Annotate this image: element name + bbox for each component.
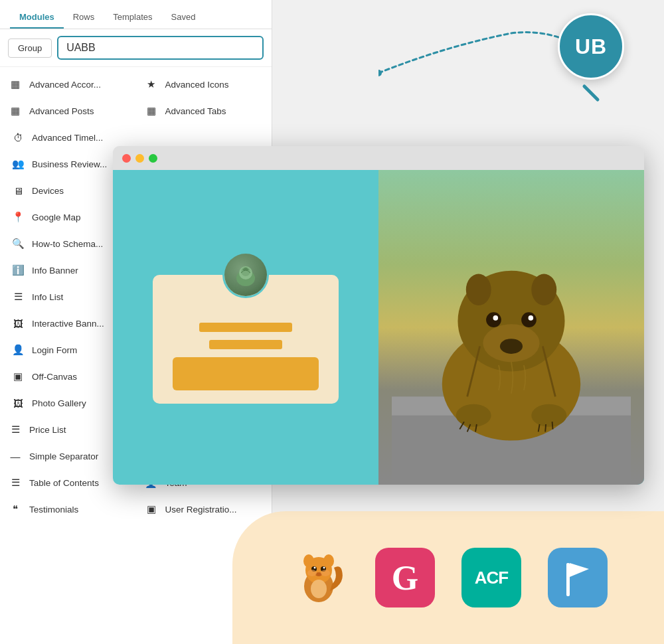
module-label: Advanced Accor... [29, 80, 101, 90]
svg-point-19 [531, 404, 566, 427]
card-mockup [153, 275, 339, 404]
svg-point-16 [466, 274, 491, 305]
svg-point-18 [456, 404, 491, 427]
tabs-bar: Modules Rows Templates Saved [0, 0, 272, 29]
svg-point-17 [531, 274, 556, 305]
beaver-svg [392, 233, 631, 485]
list-item[interactable]: ▦ Advanced Posts [0, 98, 136, 124]
module-label: Login Form [32, 345, 77, 355]
module-label: Advanced Icons [165, 80, 229, 90]
card-button[interactable] [173, 357, 319, 390]
module-label: Table of Contents [29, 478, 99, 488]
module-label: Advanced Posts [29, 106, 94, 116]
svg-point-29 [307, 570, 317, 576]
svg-point-0 [378, 70, 382, 76]
svg-point-12 [486, 312, 501, 327]
card-line-narrow [209, 340, 282, 349]
list-item[interactable]: ▦ Advanced Tabs [136, 98, 272, 124]
list-item[interactable]: ▦ Advanced Accor... [0, 71, 136, 98]
module-icon: ▣ [144, 502, 159, 517]
module-label: Simple Separator [29, 451, 98, 461]
module-icon: ⏱ [11, 130, 25, 145]
list-item[interactable]: ▣ User Registratio... [136, 496, 272, 523]
ub-logo-container: UB [558, 13, 624, 106]
browser-titlebar [113, 146, 644, 170]
module-icon: ☰ [8, 475, 23, 490]
grammarly-icon[interactable]: G [375, 548, 435, 607]
ub-logo: UB [558, 13, 624, 80]
module-label: User Registratio... [165, 505, 237, 515]
module-label: How-to Schema... [32, 239, 103, 249]
module-label: Price List [29, 425, 66, 435]
card-line-wide [199, 323, 292, 332]
module-icon: 🖼 [11, 316, 25, 331]
module-icon: ★ [144, 77, 159, 92]
module-icon: ❝ [8, 502, 23, 517]
svg-point-14 [493, 315, 499, 321]
beaver-photo [378, 170, 644, 485]
module-icon: 🖼 [11, 396, 25, 410]
avatar [222, 252, 269, 298]
svg-point-30 [321, 570, 330, 576]
svg-rect-32 [566, 563, 570, 596]
module-label: Off-Canvas [32, 372, 77, 382]
svg-point-31 [311, 580, 327, 598]
module-label: Google Map [32, 212, 81, 222]
acf-icon[interactable]: ACF [461, 548, 521, 607]
module-icon: ▦ [8, 104, 23, 118]
bottom-icons-area: G ACF [232, 511, 664, 644]
close-button[interactable] [122, 154, 131, 163]
tab-modules[interactable]: Modules [10, 7, 64, 29]
module-label: Info Banner [32, 266, 78, 276]
svg-line-2 [584, 86, 598, 100]
browser-right [378, 170, 644, 485]
tab-rows[interactable]: Rows [64, 7, 104, 29]
module-icon: 👤 [11, 343, 25, 357]
module-icon: ☰ [8, 422, 23, 437]
module-icon: — [8, 449, 23, 463]
module-label: Advanced Timel... [32, 133, 103, 143]
search-row: Group [0, 29, 272, 67]
minimize-button[interactable] [135, 154, 144, 163]
module-label: Info List [32, 292, 63, 302]
svg-point-11 [500, 339, 523, 354]
avatar-image [224, 254, 267, 296]
module-label: Interactive Bann... [32, 319, 104, 329]
module-icon: ▣ [11, 369, 25, 384]
module-icon: 👥 [11, 157, 25, 171]
svg-point-22 [303, 554, 314, 568]
maximize-button[interactable] [149, 154, 157, 163]
module-label: Devices [32, 186, 64, 196]
tab-templates[interactable]: Templates [104, 7, 161, 29]
magnify-handle [578, 80, 604, 106]
svg-point-23 [323, 554, 334, 568]
list-item[interactable]: ❝ Testimonials [0, 496, 136, 523]
module-label: Advanced Tabs [165, 106, 226, 116]
svg-point-27 [323, 567, 325, 569]
module-icon: ▦ [144, 104, 159, 118]
list-item[interactable]: ★ Advanced Icons [136, 71, 272, 98]
module-icon: 📍 [11, 210, 25, 224]
browser-left [113, 170, 378, 485]
group-button[interactable]: Group [8, 39, 52, 58]
module-icon: ☰ [11, 289, 25, 304]
svg-point-15 [529, 315, 534, 321]
search-input[interactable] [57, 36, 264, 60]
module-icon: ▦ [8, 77, 23, 92]
tab-saved[interactable]: Saved [162, 7, 205, 29]
svg-point-26 [314, 567, 316, 569]
module-label: Business Review... [32, 159, 107, 169]
module-icon: ℹ️ [11, 263, 25, 278]
module-icon: 🖥 [11, 183, 25, 198]
top-two-col: ▦ Advanced Accor... ★ Advanced Icons ▦ A… [0, 71, 272, 124]
ub-text: UB [575, 35, 607, 59]
browser-window [113, 146, 644, 485]
browser-content [113, 170, 644, 485]
module-icon: 🔍 [11, 236, 25, 251]
module-label: Testimonials [29, 505, 78, 515]
flag-icon[interactable] [548, 548, 608, 607]
squirrel-icon[interactable] [289, 548, 349, 607]
module-label: Photo Gallery [32, 398, 86, 408]
svg-point-13 [521, 312, 537, 327]
